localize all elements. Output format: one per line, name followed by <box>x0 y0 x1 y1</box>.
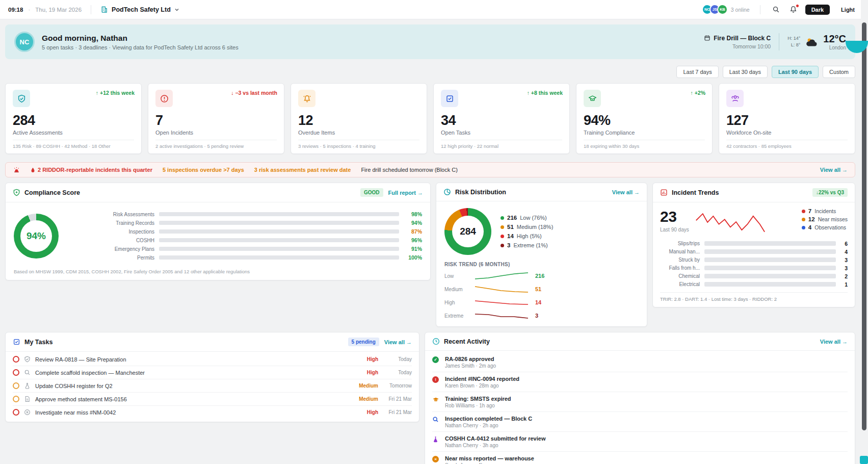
task-checkbox[interactable] <box>13 396 19 402</box>
kpi-card-open-incidents[interactable]: ↓ −3 vs last month 7 Open Incidents 2 ac… <box>148 83 284 154</box>
search-icon[interactable] <box>771 4 782 15</box>
risk-donut: 284 <box>444 208 491 255</box>
incident-metrics-footer: TRIR: 2.8 · DART: 1.4 · Lost time: 3 day… <box>660 292 848 302</box>
separator-dot: · <box>28 7 30 13</box>
magnifier-icon <box>24 369 31 376</box>
legend-item: 51Medium (18%) <box>501 224 553 230</box>
compliance-donut: 94% <box>14 214 59 259</box>
activity-view-all-link[interactable]: View all → <box>820 339 848 345</box>
sun-cloud-icon <box>805 37 819 47</box>
task-row[interactable]: Update COSHH register for Q2 Medium Tomo… <box>13 379 412 393</box>
avatar: KB <box>717 4 728 15</box>
kpi-value: 94% <box>584 113 705 128</box>
online-avatars[interactable]: NC JS KB 3 online <box>702 4 750 15</box>
check-square-icon <box>13 338 20 346</box>
theme-dark-button[interactable]: Dark <box>805 5 830 15</box>
kpi-card-overdue-items[interactable]: 12 Overdue Items 3 reviews · 5 inspectio… <box>291 83 427 154</box>
kpi-value: 7 <box>155 113 277 128</box>
legend-item: 216Low (76%) <box>501 215 553 221</box>
calendar-icon <box>704 35 711 41</box>
kpi-label: Overdue Items <box>298 130 419 136</box>
building-icon <box>100 6 108 13</box>
kpi-footer: 135 Risk · 89 COSHH · 42 Method · 18 Oth… <box>13 143 134 149</box>
divider <box>760 5 760 14</box>
risk-trend-row: Extreme 3 <box>444 311 639 320</box>
legend-item: 12Near misses <box>802 216 848 222</box>
filter-last-7-days[interactable]: Last 7 days <box>676 66 718 78</box>
priority-label: High <box>367 409 378 415</box>
risk-trend-row: High 14 <box>444 298 639 307</box>
task-checkbox[interactable] <box>13 356 19 363</box>
activity-item[interactable]: ! Incident #INC-0094 reportedKaren Brown… <box>432 372 848 392</box>
event-title: Fire Drill — Block C <box>714 35 771 42</box>
activity-item[interactable]: × Near miss reported — warehouseSarah Jo… <box>432 452 848 464</box>
priority-label: Medium <box>359 383 378 389</box>
user-avatar[interactable]: NC <box>14 32 35 52</box>
shield-check-icon <box>13 90 30 107</box>
kpi-label: Open Tasks <box>441 130 562 136</box>
due-date: Today <box>383 370 412 375</box>
compliance-bar-row: Inspections 87% <box>69 228 422 235</box>
task-checkbox[interactable] <box>13 382 19 389</box>
scrollbar-thumb[interactable] <box>862 22 866 430</box>
filter-custom[interactable]: Custom <box>823 66 855 78</box>
tasks-view-all-link[interactable]: View all → <box>384 339 412 345</box>
task-checkbox[interactable] <box>13 409 19 416</box>
workforce-icon <box>726 90 744 107</box>
theme-light-button[interactable]: Light <box>836 5 860 15</box>
check-square-icon <box>441 90 458 107</box>
activity-item[interactable]: COSHH CA-0412 submitted for reviewNathan… <box>432 432 848 452</box>
sparkline-low <box>473 271 530 280</box>
task-row[interactable]: Approve method statement MS-0156 Medium … <box>13 393 412 406</box>
panel-title: My Tasks <box>24 339 52 346</box>
greeting-subtitle: 5 open tasks · 3 deadlines · Viewing dat… <box>42 44 239 50</box>
kpi-card-workforce-onsite[interactable]: 127 Workforce On-site 42 contractors · 8… <box>719 83 855 154</box>
x-circle-icon: × <box>432 455 440 464</box>
flask-icon <box>432 435 440 448</box>
greeting-banner: NC Good morning, Nathan 5 open tasks · 3… <box>5 24 855 59</box>
kpi-label: Active Assessments <box>13 130 134 136</box>
legend-item: 7Incidents <box>802 208 848 214</box>
priority-label: Medium <box>359 396 378 402</box>
kpi-card-open-tasks[interactable]: ↑ +8 this week 34 Open Tasks 12 high pri… <box>433 83 570 154</box>
priority-label: High <box>367 370 378 375</box>
lists-row: My Tasks 5 pending View all → Review RA-… <box>5 332 855 464</box>
bar-chart-icon <box>660 189 668 196</box>
filter-last-30-days[interactable]: Last 30 days <box>723 66 768 78</box>
alerts-view-all-link[interactable]: View all → <box>820 167 848 173</box>
filter-last-90-days[interactable]: Last 90 days <box>772 66 819 78</box>
graduation-cap-icon <box>584 90 601 107</box>
divider <box>91 5 91 14</box>
due-date: Fri 21 Mar <box>383 409 412 415</box>
task-row[interactable]: Review RA-0818 — Site Preparation High T… <box>13 353 412 366</box>
notifications-bell-icon[interactable] <box>788 4 799 15</box>
alarm-icon <box>298 90 315 107</box>
trend-label: ↓ −3 vs last month <box>231 90 277 96</box>
activity-item[interactable]: Inspection completed — Block CNathan Che… <box>432 412 848 432</box>
task-row[interactable]: Complete scaffold inspection — Mancheste… <box>13 366 412 379</box>
full-report-link[interactable]: Full report → <box>388 190 423 196</box>
risk-view-all-link[interactable]: View all → <box>612 189 640 195</box>
task-checkbox[interactable] <box>13 369 19 376</box>
kpi-footer: 42 contractors · 85 employees <box>726 143 848 149</box>
chevron-down-icon <box>174 7 179 12</box>
pie-chart-icon <box>443 188 451 196</box>
company-selector[interactable]: PodTech Safety Ltd <box>100 6 179 13</box>
pending-badge: 5 pending <box>348 338 379 346</box>
kpi-label: Workforce On-site <box>726 130 848 136</box>
activity-item[interactable]: ✓ RA-0826 approvedJames Smith · 2m ago <box>432 352 848 372</box>
activity-item[interactable]: Training: SMSTS expiredRob Williams · 1h… <box>432 392 848 412</box>
kpi-footer: 18 expiring within 30 days <box>584 143 705 149</box>
incident-bar-row: Electrical 1 <box>660 281 848 288</box>
task-row[interactable]: Investigate near miss #NM-0042 High Fri … <box>13 406 412 419</box>
risk-distribution-panel: Risk Distribution View all → 284 216Low … <box>436 183 647 327</box>
weather-city: London <box>823 45 846 50</box>
kpi-value: 284 <box>13 113 134 128</box>
incidents-total: 23 <box>660 208 689 225</box>
upcoming-event[interactable]: Fire Drill — Block C Tomorrow 10:00 <box>704 35 771 49</box>
kpi-footer: 12 high priority · 22 normal <box>441 143 562 149</box>
online-count: 3 online <box>731 7 750 13</box>
kpi-card-active-assessments[interactable]: ↑ +12 this week 284 Active Assessments 1… <box>5 83 142 154</box>
kpi-card-training-compliance[interactable]: ↑ +2% 94% Training Compliance 18 expirin… <box>576 83 713 154</box>
circle-x-icon <box>24 409 31 416</box>
